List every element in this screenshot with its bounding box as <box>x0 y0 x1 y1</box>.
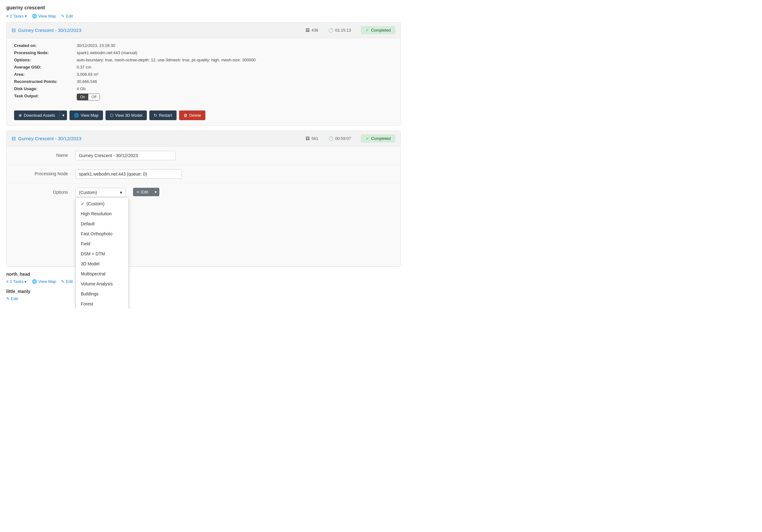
dropdown-item-label-3d: 3D Model <box>81 261 100 266</box>
north-head-tasks-icon: ≡ <box>6 279 9 284</box>
project-actions: ≡ 2 Tasks ▾ 🌐 View Map ✎ Edit <box>6 14 401 19</box>
delete-button[interactable]: 🗑 Delete <box>179 110 206 120</box>
dropdown-item-label-custom: (Custom) <box>86 201 105 206</box>
north-head-view-map-link[interactable]: 🌐 View Map <box>32 279 56 284</box>
north-head-edit-link[interactable]: ✎ Edit <box>61 279 73 284</box>
task-output-toggle[interactable]: On Off <box>77 94 100 100</box>
dropdown-item-3d-model[interactable]: 3D Model <box>76 259 128 269</box>
name-form-field-wrapper <box>75 151 400 160</box>
processing-node-value: spark1.webodm.net:443 (manual) <box>77 50 137 55</box>
tasks-dropdown-icon: ▾ <box>25 14 27 19</box>
disk-usage-label: Disk Usage: <box>14 86 77 91</box>
image-icon-2: 🖼 <box>306 136 310 141</box>
processing-node-label: Processing Node: <box>14 50 77 55</box>
processing-node-row: Processing Node: spark1.webodm.net:443 (… <box>14 50 393 55</box>
created-on-row: Created on: 30/12/2023, 23:28:30 <box>14 43 393 48</box>
main-page: guerny crescent ≡ 2 Tasks ▾ 🌐 View Map ✎… <box>0 0 407 308</box>
dropdown-item-volume-analysis[interactable]: Volume Analysis <box>76 279 128 289</box>
download-icon: ⊕ <box>19 113 22 118</box>
status-badge-1: ✓ Completed <box>361 26 395 34</box>
dropdown-item-high-resolution[interactable]: High Resolution <box>76 209 128 219</box>
toggle-off-button[interactable]: Off <box>88 94 100 100</box>
north-head-tasks-label: 1 Tasks <box>10 279 24 284</box>
restart-icon: ↻ <box>154 113 157 118</box>
restart-label: Restart <box>159 113 172 118</box>
task-output-row: Task Output: On Off <box>14 94 393 100</box>
options-value: auto-boundary: true, mesh-octree-depth: … <box>77 58 256 62</box>
model-icon: ⬡ <box>110 113 113 118</box>
view-map-button[interactable]: 🌐 View Map <box>69 110 103 120</box>
dropdown-item-buildings[interactable]: Buildings <box>76 289 128 299</box>
download-assets-label: Download Assets <box>24 113 55 118</box>
dropdown-item-custom[interactable]: ✓ (Custom) <box>76 199 128 209</box>
task-title-text-2: Gurney Crescent - 30/12/2023 <box>18 136 81 141</box>
options-edit-button[interactable]: ≡ Edit <box>133 188 152 196</box>
little-manly-edit-link[interactable]: ✎ Edit <box>6 297 18 301</box>
options-form-row: Options (Custom) ▾ ✓ (Custom) <box>7 183 400 266</box>
task-actions-1: ⊕ Download Assets ▾ 🌐 View Map ⬡ View 3D… <box>7 108 400 125</box>
dropdown-item-label-fo: Fast Orthophoto <box>81 231 113 236</box>
options-chevron-icon: ▾ <box>120 190 122 195</box>
task-output-label: Task Output: <box>14 94 77 100</box>
options-label: Options: <box>14 58 77 62</box>
north-head-tasks-arrow: ▸ <box>25 279 27 284</box>
image-count: 438 <box>312 28 318 33</box>
task-title-2[interactable]: ⊟ Gurney Crescent - 30/12/2023 <box>12 136 299 141</box>
processing-node-form-row: Processing Node <box>7 165 400 183</box>
little-manly-project: little_manly ✎ Edit <box>6 289 401 301</box>
dropdown-item-label-dsm: DSM + DTM <box>81 251 105 256</box>
processing-node-input[interactable] <box>75 169 182 179</box>
map-icon: 🌐 <box>74 113 79 118</box>
view-map-link[interactable]: 🌐 View Map <box>32 14 56 19</box>
name-form-row: Name <box>7 147 400 165</box>
north-head-edit-label: Edit <box>66 279 73 284</box>
restart-button[interactable]: ↻ Restart <box>149 110 177 120</box>
dropdown-item-multispectral[interactable]: Multispectral <box>76 269 128 279</box>
task-header-stats-2: 🖼 561 🕐 00:59:07 ✓ Completed <box>306 135 395 142</box>
tasks-link[interactable]: ≡ 2 Tasks ▾ <box>6 14 27 19</box>
dropdown-item-dsm-dtm[interactable]: DSM + DTM <box>76 249 128 259</box>
name-input[interactable] <box>75 151 176 160</box>
options-field-wrapper: (Custom) ▾ ✓ (Custom) High Resolution <box>75 188 400 197</box>
dropdown-item-fast-orthophoto[interactable]: Fast Orthophoto <box>76 229 128 239</box>
project-title: guerny crescent <box>6 5 401 11</box>
task-title-1[interactable]: ⊟ Gurney Crescent - 30/12/2023 <box>12 27 299 33</box>
little-manly-actions: ✎ Edit <box>6 297 401 301</box>
name-form-label: Name <box>7 151 75 158</box>
avg-gsd-label: Average GSD: <box>14 65 77 69</box>
task-card-2: ⊟ Gurney Crescent - 30/12/2023 🖼 561 🕐 0… <box>6 130 401 267</box>
check-icon: ✓ <box>366 28 369 33</box>
north-head-globe-icon: 🌐 <box>32 279 37 284</box>
north-head-tasks-link[interactable]: ≡ 1 Tasks ▸ <box>6 279 27 284</box>
download-assets-dropdown-button[interactable]: ▾ <box>59 110 67 120</box>
globe-icon: 🌐 <box>32 14 37 19</box>
task-card-1: ⊟ Gurney Crescent - 30/12/2023 🖼 438 🕐 0… <box>6 22 401 125</box>
dropdown-item-forest[interactable]: Forest <box>76 299 128 308</box>
dropdown-item-field[interactable]: Field <box>76 239 128 249</box>
view-map-btn-label: View Map <box>81 113 99 118</box>
task-header-stats-1: 🖼 438 🕐 01:15:13 ✓ Completed <box>306 26 395 34</box>
options-edit-dropdown-button[interactable]: ▾ <box>152 188 159 196</box>
collapse-icon-1: ⊟ <box>12 27 16 33</box>
little-manly-pencil-icon: ✎ <box>6 297 10 301</box>
duration-value: 01:15:13 <box>335 28 351 33</box>
options-dropdown-menu: ✓ (Custom) High Resolution Default Fast … <box>75 197 129 308</box>
view-3d-model-button[interactable]: ⬡ View 3D Model <box>106 110 147 120</box>
options-dropdown-trigger[interactable]: (Custom) ▾ <box>75 188 125 197</box>
dropdown-item-label-default: Default <box>81 221 95 226</box>
dropdown-item-label-buildings: Buildings <box>81 291 99 297</box>
toggle-on-button[interactable]: On <box>77 94 88 100</box>
north-head-view-map-label: View Map <box>38 279 56 284</box>
image-icon: 🖼 <box>306 28 310 33</box>
options-row: Options: auto-boundary: true, mesh-octre… <box>14 58 393 62</box>
download-assets-button[interactable]: ⊕ Download Assets <box>14 110 59 120</box>
dropdown-item-label-vol: Volume Analysis <box>81 281 113 286</box>
clock-icon-2: 🕐 <box>329 136 334 141</box>
edit-link[interactable]: ✎ Edit <box>61 14 73 19</box>
options-selected-label: (Custom) <box>79 190 97 195</box>
tasks-label: 2 Tasks <box>10 14 24 19</box>
download-chevron-icon: ▾ <box>62 113 64 118</box>
dropdown-item-default[interactable]: Default <box>76 219 128 229</box>
task-title-text-1: Gurney Crescent - 30/12/2023 <box>18 28 81 33</box>
reconstructed-points-row: Reconstructed Points: 30,666,546 <box>14 79 393 84</box>
